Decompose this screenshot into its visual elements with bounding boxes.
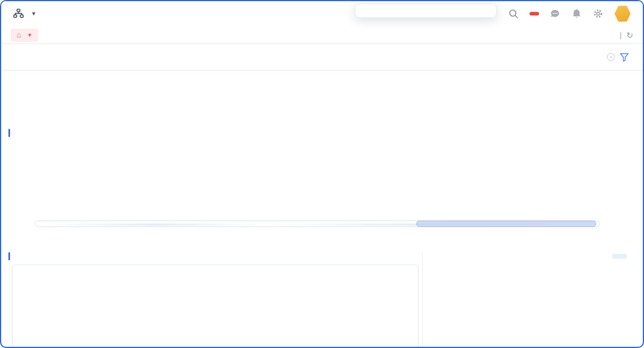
gear-icon[interactable] bbox=[593, 8, 603, 19]
trend-chart[interactable] bbox=[1, 151, 644, 222]
search-icon[interactable] bbox=[508, 8, 519, 19]
clear-filter-icon[interactable]: × bbox=[607, 53, 615, 61]
table-section-header bbox=[8, 252, 15, 260]
chart-tooltip bbox=[355, 4, 497, 18]
topbar: ▼ bbox=[1, 1, 643, 26]
dashboard-screen: ▼ ⌂ bbox=[0, 0, 644, 348]
data-zoom-slider[interactable] bbox=[35, 220, 600, 227]
refresh-icon[interactable]: ↻ bbox=[626, 30, 633, 40]
donut-hole bbox=[506, 291, 544, 329]
message-icon[interactable] bbox=[550, 8, 561, 19]
chevron-down-icon: ▼ bbox=[31, 11, 36, 17]
trend-section-header bbox=[8, 129, 15, 137]
home-icon: ⌂ bbox=[17, 31, 21, 39]
funnel-filter-icon[interactable] bbox=[619, 52, 630, 63]
cash-inflow-table bbox=[12, 265, 419, 348]
filter-bar: × bbox=[1, 44, 643, 70]
avatar[interactable] bbox=[614, 5, 631, 22]
chevron-down-icon: ▼ bbox=[27, 32, 33, 38]
tab-project-company-analysis[interactable]: ⌂ ▼ bbox=[11, 29, 38, 42]
project-company-chip[interactable] bbox=[612, 254, 627, 259]
tab-bar: ⌂ ▼ | ↻ bbox=[1, 26, 643, 44]
title-accent bbox=[8, 252, 10, 260]
new-badge[interactable] bbox=[530, 12, 539, 15]
title-accent bbox=[8, 129, 10, 137]
panel-divider bbox=[422, 251, 423, 348]
org-selector[interactable]: ▼ bbox=[13, 8, 36, 19]
divider: | bbox=[620, 31, 621, 39]
bell-icon[interactable] bbox=[571, 8, 582, 19]
org-chart-icon bbox=[13, 8, 24, 19]
data-zoom-window[interactable] bbox=[416, 220, 597, 227]
